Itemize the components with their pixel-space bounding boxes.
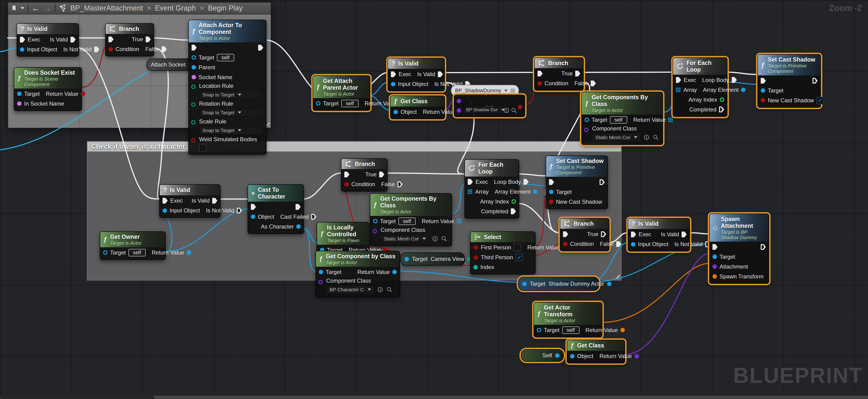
object-pin[interactable] — [391, 82, 395, 86]
self-out-pin[interactable] — [555, 354, 560, 358]
exec-in-pin[interactable] — [676, 77, 681, 83]
target-pin[interactable] — [522, 282, 527, 286]
var-self[interactable]: Self — [521, 349, 564, 362]
array-return-pin[interactable] — [668, 118, 670, 119]
object-pin[interactable] — [570, 354, 575, 359]
search-icon[interactable] — [441, 236, 447, 242]
exec-true-pin[interactable] — [379, 172, 384, 178]
exec-in-pin[interactable] — [549, 179, 554, 185]
condition-pin[interactable] — [108, 47, 113, 52]
exec-out-pin[interactable] — [812, 78, 818, 84]
comment-title[interactable]: Check if owner is a character, if so set… — [87, 142, 621, 152]
breadcrumb-blueprint[interactable]: BP_MasterAttachment — [70, 4, 143, 12]
reset-icon[interactable] — [643, 134, 650, 141]
exec-in-pin[interactable] — [761, 78, 766, 84]
exec-in-pin[interactable] — [251, 204, 256, 210]
target-pin[interactable] — [712, 254, 717, 259]
exec-out-pin[interactable] — [212, 198, 217, 204]
component-class-pin[interactable] — [318, 280, 323, 284]
var-shadow-dummy-actor[interactable]: Target Shadow Dummy Actor — [518, 277, 599, 291]
node-branch-4[interactable]: Branch True Condition False — [560, 218, 610, 251]
exec-out-pin[interactable] — [599, 179, 605, 185]
node-get-owner[interactable]: ƒGet OwnerTarget is Actor Targetself Ret… — [100, 231, 166, 260]
exec-in-pin[interactable] — [192, 45, 197, 51]
nav-forward-button[interactable]: → — [43, 3, 52, 13]
node-equal-class[interactable]: == BP Shadow Dur — [454, 95, 525, 117]
completed-pin[interactable] — [511, 208, 516, 214]
node-select[interactable]: Select First Person✓ Return Value Third … — [470, 231, 536, 274]
loop-body-pin[interactable] — [524, 179, 529, 185]
exec-out-pin[interactable] — [70, 37, 76, 42]
horizontal-scrollbar-thumb[interactable] — [0, 396, 155, 399]
exec-out-pin[interactable] — [94, 47, 99, 53]
target-pin[interactable] — [549, 190, 553, 194]
component-class-dropdown[interactable]: Static Mesh Cor — [592, 133, 641, 142]
object-pin[interactable] — [251, 214, 255, 219]
node-for-each-loop-1[interactable]: For Each Loop Exec Loop Body Array Array… — [673, 57, 727, 117]
target-self-value[interactable]: self — [341, 100, 359, 107]
exec-false-pin[interactable] — [162, 47, 167, 52]
var-camera-view[interactable]: Target Camera View — [400, 252, 465, 266]
target-self-value[interactable]: self — [398, 218, 416, 225]
attachment-pin[interactable] — [712, 264, 717, 269]
cast-failed-pin[interactable] — [311, 214, 316, 220]
exec-true-pin[interactable] — [601, 231, 606, 237]
return-pin[interactable] — [392, 270, 397, 274]
target-self-value[interactable]: self — [128, 249, 146, 256]
pin-icon[interactable] — [510, 89, 515, 93]
target-pin[interactable] — [319, 270, 323, 274]
exec-false-pin[interactable] — [616, 241, 621, 247]
exec-in-pin[interactable] — [344, 172, 349, 178]
loop-body-pin[interactable] — [732, 77, 737, 83]
comment-resize-handle[interactable] — [613, 272, 620, 279]
reset-icon[interactable] — [377, 286, 383, 293]
new-cast-shadow-pin[interactable] — [761, 98, 765, 102]
node-branch-2[interactable]: Branch True Condition False — [534, 57, 584, 91]
exec-in-pin[interactable] — [20, 37, 25, 42]
node-is-valid-4[interactable]: ?Is Valid Exec Is Valid Input Object Is … — [628, 218, 690, 251]
node-get-class-2[interactable]: ƒGet Class Object Return Value — [567, 340, 625, 363]
exec-in-pin[interactable] — [391, 71, 396, 77]
exec-in-pin[interactable] — [108, 36, 114, 42]
weld-checkbox[interactable]: ✓ — [199, 144, 207, 152]
spawn-transform-pin[interactable] — [712, 274, 717, 279]
array-in-pin[interactable] — [468, 189, 469, 191]
first-person-pin[interactable] — [472, 244, 479, 251]
third-person-pin[interactable] — [472, 254, 479, 261]
condition-pin[interactable] — [537, 81, 542, 86]
exec-out-pin[interactable] — [296, 204, 301, 210]
class-return-pin[interactable] — [634, 354, 639, 359]
array-index-pin[interactable] — [512, 199, 516, 204]
node-get-component-by-class[interactable]: ƒGet Component by ClassTarget is Actor T… — [315, 251, 400, 297]
bool-out-pin[interactable] — [518, 105, 522, 109]
search-icon[interactable] — [386, 286, 393, 293]
node-set-cast-shadow-2[interactable]: ƒSet Cast ShadowTarget is Primitive Comp… — [546, 155, 608, 209]
scale-rule-pin[interactable] — [191, 120, 195, 125]
target-pin[interactable] — [761, 88, 765, 93]
as-character-pin[interactable] — [296, 224, 301, 229]
target-self-value[interactable]: self — [610, 116, 627, 124]
node-is-valid-3[interactable]: ?Is Valid Exec Is Valid Input Object Is … — [159, 184, 221, 218]
node-is-valid-1[interactable]: ?Is Valid Exec Is Valid Input Object Is … — [17, 23, 79, 57]
index-pin[interactable] — [473, 265, 478, 270]
breadcrumb-begin-play[interactable]: Begin Play — [208, 4, 243, 12]
reset-icon[interactable] — [503, 107, 510, 114]
target-pin[interactable] — [103, 250, 107, 255]
new-cast-shadow-checkbox[interactable]: ✓ — [816, 97, 824, 104]
node-does-socket-exist[interactable]: ƒDoes Socket ExistTarget is Scene Compon… — [14, 67, 82, 111]
reset-icon[interactable] — [432, 236, 438, 242]
class-b-pin[interactable] — [457, 108, 461, 113]
first-person-checkbox[interactable]: ✓ — [514, 244, 521, 251]
location-rule-pin[interactable] — [191, 85, 195, 89]
exec-true-pin[interactable] — [146, 36, 151, 42]
exec-out-pin[interactable] — [682, 232, 687, 238]
exec-out-pin[interactable] — [237, 208, 242, 214]
exec-in-pin[interactable] — [537, 71, 543, 76]
exec-true-pin[interactable] — [575, 71, 580, 76]
return-pin[interactable] — [187, 250, 191, 255]
object-pin[interactable] — [20, 47, 24, 52]
array-element-pin[interactable] — [533, 189, 537, 194]
component-class-pin[interactable] — [584, 128, 589, 132]
node-set-cast-shadow-1[interactable]: ƒSet Cast ShadowTarget is Primitive Comp… — [757, 54, 821, 108]
class-a-pin[interactable] — [457, 99, 461, 103]
